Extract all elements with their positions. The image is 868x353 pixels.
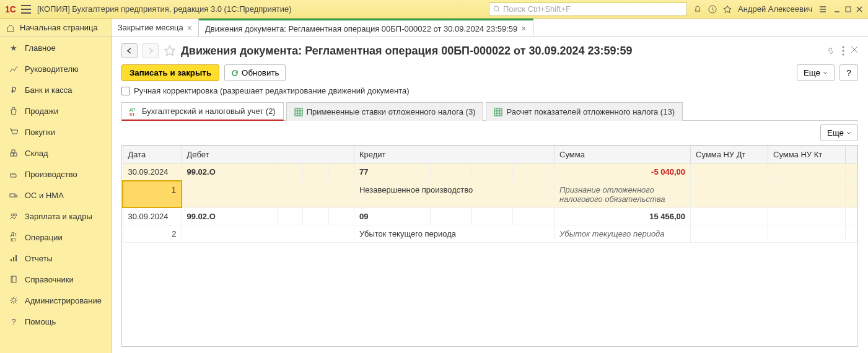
bell-icon[interactable]: [693, 5, 702, 14]
svg-point-15: [843, 50, 844, 52]
table-row[interactable]: 2 Убыток текущего периода Убыток текущег…: [123, 225, 857, 243]
search-input[interactable]: Поиск Ctrl+Shift+F: [489, 2, 687, 16]
sidebar-item-main[interactable]: ★Главное: [0, 37, 111, 58]
tab-document-movements[interactable]: Движения документа: Регламентная операци…: [199, 19, 533, 37]
sidebar-item-payroll[interactable]: Зарплата и кадры: [0, 206, 111, 227]
boxes-icon: [9, 148, 19, 158]
app-logo: 1C: [5, 4, 16, 14]
svg-rect-17: [295, 108, 302, 116]
sub-tabs: ДтКт Бухгалтерский и налоговый учет (2) …: [121, 102, 858, 121]
app-title: [КОПИЯ] Бухгалтерия предприятия, редакци…: [37, 4, 292, 14]
help-button[interactable]: ?: [840, 64, 858, 81]
chart-icon: [9, 64, 19, 74]
home-icon: [6, 24, 15, 32]
tab-close-icon[interactable]: ×: [521, 24, 526, 33]
minimize-icon[interactable]: [833, 6, 841, 13]
subtab-accounting[interactable]: ДтКт Бухгалтерский и налоговый учет (2): [121, 102, 284, 121]
svg-rect-11: [15, 255, 17, 261]
svg-rect-2: [846, 7, 851, 12]
svg-point-16: [843, 54, 844, 56]
chevron-down-icon: [823, 71, 828, 75]
svg-point-7: [11, 214, 14, 216]
svg-rect-5: [12, 150, 15, 153]
settings-icon[interactable]: [818, 5, 827, 14]
svg-rect-4: [14, 153, 17, 156]
search-icon: [493, 6, 501, 13]
sidebar-item-manager[interactable]: Руководителю: [0, 58, 111, 79]
user-name[interactable]: Андрей Алексеевич: [738, 4, 812, 14]
svg-point-8: [14, 214, 17, 216]
col-credit[interactable]: Кредит: [354, 146, 554, 163]
manual-edit-checkbox[interactable]: [121, 87, 130, 95]
grid-header-row: Дата Дебет Кредит Сумма Сумма НУ Дт Сумм…: [123, 146, 857, 163]
table-icon: [494, 108, 502, 116]
menu-icon[interactable]: [21, 5, 31, 14]
close-icon[interactable]: [856, 6, 863, 13]
grid-more-button[interactable]: Еще: [820, 124, 858, 141]
sidebar-item-admin[interactable]: Администрирование: [0, 290, 111, 311]
question-icon: ?: [9, 316, 19, 326]
bag-icon: [9, 106, 19, 116]
svg-rect-12: [11, 276, 16, 282]
ruble-icon: ₽: [9, 85, 19, 95]
gear-icon: [9, 295, 19, 305]
col-date[interactable]: Дата: [123, 146, 182, 163]
svg-rect-10: [13, 257, 14, 261]
svg-rect-18: [494, 108, 502, 116]
chevron-down-icon: [846, 131, 851, 135]
sidebar-item-warehouse[interactable]: Склад: [0, 142, 111, 163]
col-debit[interactable]: Дебет: [182, 146, 354, 163]
subtab-rates[interactable]: Примененные ставки отложенного налога (3…: [286, 102, 484, 121]
refresh-icon: [231, 69, 239, 77]
link-icon[interactable]: [826, 46, 836, 56]
refresh-button[interactable]: Обновить: [224, 64, 286, 81]
truck-icon: [9, 190, 19, 200]
sidebar-item-reports[interactable]: Отчеты: [0, 248, 111, 269]
sidebar: ★Главное Руководителю ₽Банк и касса Прод…: [0, 37, 112, 353]
sidebar-item-purchases[interactable]: Покупки: [0, 121, 111, 142]
sidebar-item-operations[interactable]: ДтКтОперации: [0, 227, 111, 248]
kebab-icon[interactable]: [842, 46, 844, 56]
save-close-button[interactable]: Записать и закрыть: [121, 64, 219, 81]
maximize-icon[interactable]: [844, 6, 852, 13]
star-icon[interactable]: [723, 5, 732, 14]
svg-point-14: [843, 46, 844, 48]
dtkt-icon: ДтКт: [129, 107, 138, 116]
subtab-calc[interactable]: Расчет показателей отложенного налога (1…: [486, 102, 683, 121]
svg-rect-9: [11, 259, 12, 261]
star-icon: ★: [9, 43, 19, 53]
sidebar-item-assets[interactable]: ОС и НМА: [0, 185, 111, 206]
col-sum[interactable]: Сумма: [555, 146, 691, 163]
table-row[interactable]: 30.09.2024 99.02.О 09 15 456,00: [123, 207, 857, 225]
cart-icon: [9, 127, 19, 137]
nav-forward-button[interactable]: [142, 43, 159, 58]
tab-home[interactable]: Начальная страница: [0, 19, 112, 37]
book-icon: [9, 274, 19, 284]
favorite-star-icon[interactable]: [164, 45, 176, 57]
col-sum-nu-dt[interactable]: Сумма НУ Дт: [691, 146, 768, 163]
titlebar: 1C [КОПИЯ] Бухгалтерия предприятия, реда…: [0, 0, 868, 19]
table-row[interactable]: 1 Незавершенное производство Признание о…: [123, 181, 857, 207]
sidebar-item-sales[interactable]: Продажи: [0, 100, 111, 121]
svg-point-13: [12, 299, 15, 302]
col-sum-nu-kt[interactable]: Сумма НУ Кт: [768, 146, 846, 163]
table-icon: [294, 108, 303, 116]
more-button[interactable]: Еще: [797, 64, 835, 81]
bars-icon: [9, 253, 19, 263]
svg-rect-3: [11, 153, 14, 156]
tab-close-month[interactable]: Закрытие месяца ×: [112, 19, 199, 37]
tab-close-icon[interactable]: ×: [187, 23, 192, 33]
sidebar-item-help[interactable]: ?Помощь: [0, 311, 111, 332]
page-title: Движения документа: Регламентная операци…: [181, 45, 821, 58]
history-icon[interactable]: [708, 5, 717, 14]
table-row[interactable]: 30.09.2024 99.02.О 77 -5 040,00: [123, 163, 857, 181]
manual-edit-label: Ручная корректировка (разрешает редактир…: [134, 86, 410, 95]
factory-icon: [9, 169, 19, 179]
nav-back-button[interactable]: [121, 43, 138, 58]
sidebar-item-production[interactable]: Производство: [0, 163, 111, 185]
sidebar-item-catalogs[interactable]: Справочники: [0, 269, 111, 290]
sidebar-item-bank[interactable]: ₽Банк и касса: [0, 79, 111, 100]
close-panel-icon[interactable]: [851, 46, 858, 56]
accounting-grid[interactable]: Дата Дебет Кредит Сумма Сумма НУ Дт Сумм…: [121, 145, 858, 347]
svg-rect-6: [10, 194, 15, 197]
